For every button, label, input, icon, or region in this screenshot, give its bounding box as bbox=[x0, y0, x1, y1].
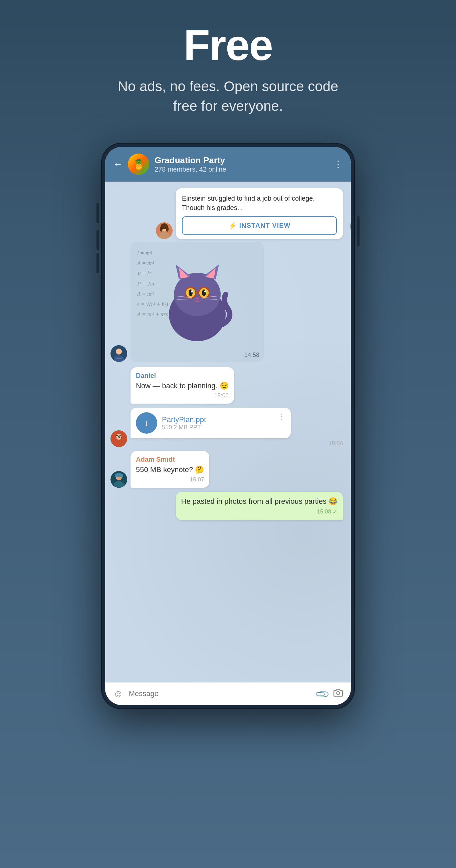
svg-marker-15 bbox=[206, 268, 216, 278]
attach-button[interactable]: 📎 bbox=[314, 686, 330, 702]
file-size: 550.2 MB PPT bbox=[162, 424, 273, 431]
self-message-time: 15:08 ✓ bbox=[181, 508, 337, 516]
download-button[interactable]: ↓ bbox=[136, 412, 157, 434]
file-message-row: ↓ PartyPlan.ppt 550.2 MB PPT ⋮ 15:06 bbox=[111, 408, 345, 447]
sender-avatar-guy3 bbox=[111, 471, 127, 488]
chat-header: ← 🍍 Graduation Party 278 members, 42 onl… bbox=[105, 147, 351, 182]
sticker-background: l = πr² A = πr² V = l² P = 2πr A = πr² s… bbox=[130, 242, 264, 362]
sticker-time: 14:58 bbox=[244, 351, 260, 359]
article-message: Einstein struggled to find a job out of … bbox=[176, 188, 343, 239]
phone-frame: ← 🍍 Graduation Party 278 members, 42 onl… bbox=[101, 143, 355, 709]
daniel-sender-name: Daniel bbox=[136, 372, 229, 380]
article-content: Einstein struggled to find a job out of … bbox=[176, 188, 343, 239]
svg-rect-40 bbox=[115, 475, 123, 477]
instant-view-button[interactable]: ⚡ INSTANT VIEW bbox=[182, 216, 337, 235]
file-menu-button[interactable]: ⋮ bbox=[278, 412, 285, 421]
group-avatar: 🍍 bbox=[128, 154, 149, 175]
svg-point-5 bbox=[160, 226, 162, 232]
sender-avatar-girl bbox=[156, 222, 173, 239]
svg-marker-14 bbox=[179, 268, 189, 278]
group-members: 278 members, 42 online bbox=[155, 165, 328, 173]
file-name: PartyPlan.ppt bbox=[162, 415, 273, 424]
hero-subtitle: No ads, no fees. Open source code free f… bbox=[111, 77, 345, 116]
file-time: 15:06 bbox=[130, 440, 345, 447]
sticker-message-row: l = πr² A = πr² V = l² P = 2πr A = πr² s… bbox=[111, 242, 345, 362]
header-menu-button[interactable]: ⋮ bbox=[333, 159, 343, 169]
self-message-text: He pasted in photos from all previous pa… bbox=[181, 496, 337, 507]
adam-message-text: 550 MB keynote? 🤔 bbox=[136, 465, 204, 475]
article-preview-text: Einstein struggled to find a job out of … bbox=[182, 194, 337, 212]
svg-point-19 bbox=[202, 289, 206, 296]
svg-point-21 bbox=[204, 290, 206, 292]
group-avatar-image: 🍍 bbox=[128, 154, 149, 175]
sender-avatar-guy1 bbox=[111, 345, 127, 362]
adam-message-row: Adam Smidt 550 MB keynote? 🤔 15:07 bbox=[111, 451, 345, 488]
phone-inner: ← 🍍 Graduation Party 278 members, 42 onl… bbox=[105, 147, 351, 705]
self-message: He pasted in photos from all previous pa… bbox=[176, 492, 343, 520]
daniel-message: Daniel Now — back to planning. 😉 15:06 bbox=[130, 367, 234, 404]
article-message-row: Einstein struggled to find a job out of … bbox=[111, 188, 345, 239]
adam-sender-name: Adam Smidt bbox=[136, 456, 204, 463]
sender-avatar-guy2 bbox=[111, 430, 127, 447]
svg-point-8 bbox=[116, 348, 122, 354]
checkmark-icon: ✓ bbox=[333, 508, 337, 516]
sticker-area: l = πr² A = πr² V = l² P = 2πr A = πr² s… bbox=[130, 242, 264, 362]
svg-point-11 bbox=[174, 273, 221, 316]
message-input[interactable] bbox=[129, 689, 311, 698]
instant-view-label: INSTANT VIEW bbox=[239, 222, 291, 229]
svg-point-6 bbox=[166, 226, 169, 232]
svg-point-41 bbox=[336, 691, 339, 694]
hero-title: Free bbox=[184, 20, 273, 70]
file-info: PartyPlan.ppt 550.2 MB PPT bbox=[162, 415, 273, 431]
emoji-button[interactable]: ☺ bbox=[113, 688, 123, 700]
daniel-message-row: Daniel Now — back to planning. 😉 15:06 bbox=[111, 367, 345, 404]
adam-message-time: 15:07 bbox=[136, 476, 204, 483]
page-container: Free No ads, no fees. Open source code f… bbox=[0, 0, 456, 868]
svg-point-18 bbox=[189, 289, 193, 296]
svg-point-20 bbox=[191, 290, 193, 292]
lightning-icon: ⚡ bbox=[228, 222, 237, 230]
input-bar: ☺ 📎 bbox=[105, 682, 351, 705]
daniel-message-time: 15:06 bbox=[136, 392, 229, 399]
file-message: ↓ PartyPlan.ppt 550.2 MB PPT ⋮ bbox=[130, 408, 291, 438]
daniel-message-text: Now — back to planning. 😉 bbox=[136, 381, 229, 391]
group-name: Graduation Party bbox=[155, 155, 328, 165]
download-arrow-icon: ↓ bbox=[144, 417, 149, 428]
adam-message: Adam Smidt 550 MB keynote? 🤔 15:07 bbox=[130, 451, 209, 488]
cat-sticker bbox=[160, 258, 234, 346]
back-button[interactable]: ← bbox=[113, 159, 123, 169]
share-button[interactable] bbox=[350, 217, 351, 236]
chat-body: Einstein struggled to find a job out of … bbox=[105, 182, 351, 682]
camera-button[interactable] bbox=[333, 688, 343, 700]
header-info: Graduation Party 278 members, 42 online bbox=[155, 155, 328, 173]
